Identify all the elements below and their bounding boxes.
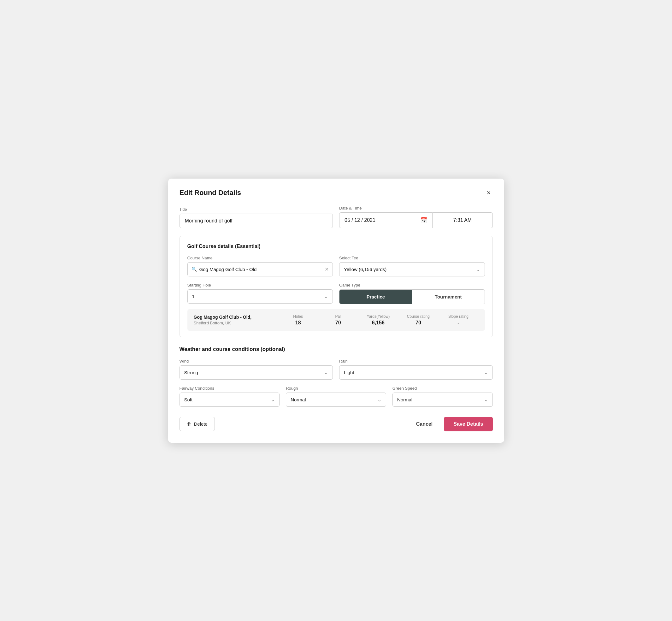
golf-course-title: Golf Course details (Essential) bbox=[187, 244, 485, 249]
course-name: Gog Magog Golf Club - Old, bbox=[194, 315, 278, 320]
wind-group: Wind None Light Moderate Strong ⌄ bbox=[179, 359, 333, 380]
title-label: Title bbox=[179, 207, 333, 212]
fairway-group: Fairway Conditions Soft Normal Hard ⌄ bbox=[179, 386, 280, 407]
title-group: Title bbox=[179, 207, 333, 228]
rough-group: Rough Light Normal Heavy ⌄ bbox=[286, 386, 386, 407]
course-location: Shelford Bottom, UK bbox=[194, 321, 278, 325]
holes-value: 18 bbox=[295, 320, 301, 326]
course-name-input[interactable] bbox=[199, 262, 325, 276]
footer-right: Cancel Save Details bbox=[411, 417, 493, 431]
datetime-row: 05 / 12 / 2021 📅 7:31 AM bbox=[339, 212, 493, 228]
select-tee-select[interactable]: Yellow (6,156 yards) White (6,500 yards)… bbox=[339, 262, 485, 276]
time-input[interactable]: 7:31 AM bbox=[432, 212, 493, 228]
date-input[interactable]: 05 / 12 / 2021 📅 bbox=[339, 212, 432, 228]
yards-label: Yards(Yellow) bbox=[367, 314, 390, 319]
rain-wrapper[interactable]: None Light Moderate Heavy ⌄ bbox=[339, 365, 493, 380]
modal-title: Edit Round Details bbox=[179, 189, 241, 197]
close-button[interactable]: × bbox=[485, 189, 493, 197]
starting-hole-select[interactable]: 1 10 bbox=[188, 290, 333, 303]
game-type-toggle: Practice Tournament bbox=[339, 289, 485, 304]
yards-value: 6,156 bbox=[372, 320, 385, 326]
rough-wrapper[interactable]: Light Normal Heavy ⌄ bbox=[286, 392, 386, 407]
green-speed-select[interactable]: Slow Normal Fast bbox=[393, 393, 493, 406]
holes-label: Holes bbox=[293, 314, 303, 319]
slope-rating-label: Slope rating bbox=[448, 314, 468, 319]
practice-button[interactable]: Practice bbox=[339, 290, 412, 304]
fairway-wrapper[interactable]: Soft Normal Hard ⌄ bbox=[179, 392, 280, 407]
starting-hole-label: Starting Hole bbox=[187, 283, 333, 287]
par-stat: Par 70 bbox=[318, 314, 358, 326]
par-value: 70 bbox=[335, 320, 341, 326]
yards-stat: Yards(Yellow) 6,156 bbox=[358, 314, 398, 326]
calendar-icon: 📅 bbox=[420, 217, 427, 224]
green-speed-wrapper[interactable]: Slow Normal Fast ⌄ bbox=[392, 392, 493, 407]
course-rating-value: 70 bbox=[416, 320, 421, 326]
rain-label: Rain bbox=[339, 359, 493, 364]
footer-row: 🗑 Delete Cancel Save Details bbox=[179, 417, 493, 431]
search-icon: 🔍 bbox=[192, 266, 197, 272]
slope-rating-value: - bbox=[458, 320, 459, 326]
rough-select[interactable]: Light Normal Heavy bbox=[286, 393, 386, 406]
course-name-group: Course Name 🔍 ✕ bbox=[187, 256, 333, 277]
title-datetime-row: Title Date & Time 05 / 12 / 2021 📅 7:31 … bbox=[179, 206, 493, 228]
title-input[interactable] bbox=[179, 214, 333, 228]
golf-course-section: Golf Course details (Essential) Course N… bbox=[179, 236, 493, 337]
green-speed-group: Green Speed Slow Normal Fast ⌄ bbox=[392, 386, 493, 407]
holes-stat: Holes 18 bbox=[278, 314, 318, 326]
course-info-bar: Gog Magog Golf Club - Old, Shelford Bott… bbox=[187, 309, 485, 331]
fairway-select[interactable]: Soft Normal Hard bbox=[180, 393, 280, 406]
slope-rating-stat: Slope rating - bbox=[438, 314, 478, 326]
delete-button[interactable]: 🗑 Delete bbox=[179, 417, 215, 431]
trash-icon: 🗑 bbox=[187, 421, 192, 427]
wind-rain-row: Wind None Light Moderate Strong ⌄ Rain N… bbox=[179, 359, 493, 380]
course-rating-label: Course rating bbox=[407, 314, 430, 319]
course-info-name: Gog Magog Golf Club - Old, Shelford Bott… bbox=[194, 315, 278, 325]
time-text: 7:31 AM bbox=[453, 217, 472, 223]
starting-hole-wrapper[interactable]: 1 10 ⌄ bbox=[187, 289, 333, 303]
green-speed-label: Green Speed bbox=[392, 386, 493, 391]
rough-label: Rough bbox=[286, 386, 386, 391]
select-tee-label: Select Tee bbox=[339, 256, 485, 260]
conditions-title: Weather and course conditions (optional) bbox=[179, 346, 493, 353]
edit-round-modal: Edit Round Details × Title Date & Time 0… bbox=[168, 178, 504, 443]
datetime-label: Date & Time bbox=[339, 206, 493, 210]
clear-icon[interactable]: ✕ bbox=[325, 266, 329, 272]
wind-label: Wind bbox=[179, 359, 333, 364]
select-tee-group: Select Tee Yellow (6,156 yards) White (6… bbox=[339, 256, 485, 277]
save-button[interactable]: Save Details bbox=[444, 417, 493, 431]
rain-group: Rain None Light Moderate Heavy ⌄ bbox=[339, 359, 493, 380]
cancel-button[interactable]: Cancel bbox=[411, 417, 437, 431]
fairway-label: Fairway Conditions bbox=[179, 386, 280, 391]
modal-header: Edit Round Details × bbox=[179, 189, 493, 197]
course-tee-row: Course Name 🔍 ✕ Select Tee Yellow (6,156… bbox=[187, 256, 485, 277]
datetime-group: Date & Time 05 / 12 / 2021 📅 7:31 AM bbox=[339, 206, 493, 228]
wind-select[interactable]: None Light Moderate Strong bbox=[180, 366, 333, 379]
date-text: 05 / 12 / 2021 bbox=[344, 217, 417, 223]
tournament-button[interactable]: Tournament bbox=[412, 290, 485, 304]
course-name-search[interactable]: 🔍 ✕ bbox=[187, 262, 333, 277]
course-rating-stat: Course rating 70 bbox=[398, 314, 438, 326]
course-name-label: Course Name bbox=[187, 256, 333, 260]
wind-wrapper[interactable]: None Light Moderate Strong ⌄ bbox=[179, 365, 333, 380]
delete-label: Delete bbox=[194, 421, 208, 427]
select-tee-wrapper[interactable]: Yellow (6,156 yards) White (6,500 yards)… bbox=[339, 262, 485, 277]
game-type-label: Game Type bbox=[339, 283, 485, 287]
fairway-rough-green-row: Fairway Conditions Soft Normal Hard ⌄ Ro… bbox=[179, 386, 493, 407]
game-type-group: Game Type Practice Tournament bbox=[339, 283, 485, 304]
conditions-section: Weather and course conditions (optional)… bbox=[179, 346, 493, 407]
hole-gametype-row: Starting Hole 1 10 ⌄ Game Type Practice … bbox=[187, 283, 485, 304]
rain-select[interactable]: None Light Moderate Heavy bbox=[339, 366, 493, 379]
par-label: Par bbox=[335, 314, 341, 319]
starting-hole-group: Starting Hole 1 10 ⌄ bbox=[187, 283, 333, 304]
